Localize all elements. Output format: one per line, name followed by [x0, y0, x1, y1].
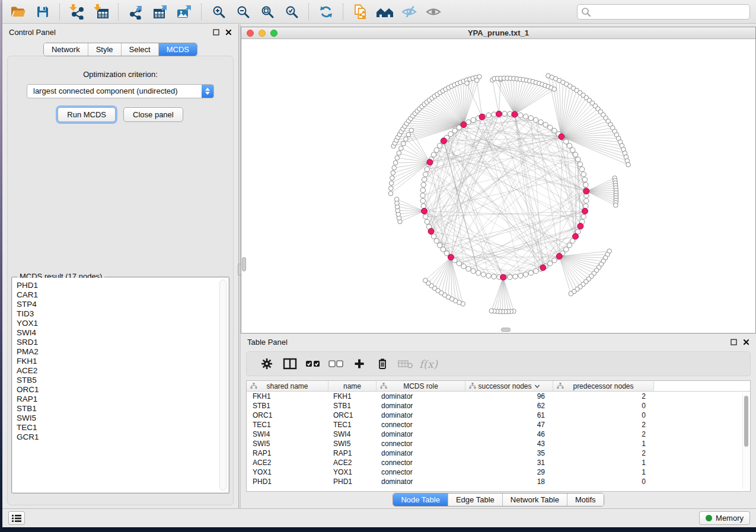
- network-window: YPA_prune.txt_1: [241, 27, 756, 334]
- result-node-item[interactable]: PMA2: [17, 347, 228, 357]
- window-minimize-button[interactable]: [259, 30, 266, 37]
- result-node-item[interactable]: YOX1: [17, 319, 228, 328]
- table-row[interactable]: SWI5SWI5connector431: [247, 439, 750, 448]
- result-node-item[interactable]: STB5: [17, 376, 228, 385]
- result-node-item[interactable]: PHD1: [17, 281, 228, 290]
- run-mcds-button[interactable]: Run MCDS: [58, 107, 116, 122]
- export-network-button[interactable]: [123, 2, 148, 22]
- close-panel-x-button[interactable]: [225, 29, 232, 36]
- network-window-titlebar[interactable]: YPA_prune.txt_1: [241, 27, 755, 39]
- table-cell: 61: [465, 411, 553, 420]
- show-all-button[interactable]: [421, 2, 445, 22]
- eye-icon: [425, 5, 442, 19]
- network-canvas[interactable]: [241, 39, 755, 333]
- show-panels-button[interactable]: [8, 511, 25, 525]
- canvas-horizontal-scrollbar[interactable]: [501, 328, 511, 332]
- table-row[interactable]: ORC1ORC1dominator610: [247, 411, 750, 420]
- tab-select[interactable]: Select: [121, 43, 158, 56]
- close-panel-button[interactable]: Close panel: [123, 107, 183, 122]
- delete-table-button[interactable]: [394, 354, 417, 374]
- zoom-in-button[interactable]: [206, 2, 231, 22]
- delete-column-button[interactable]: [371, 354, 394, 374]
- deselect-all-button[interactable]: [324, 354, 347, 374]
- tab-mcds[interactable]: MCDS: [158, 43, 197, 56]
- float-panel-button[interactable]: [213, 29, 219, 36]
- table-row[interactable]: SWI4SWI4dominator462: [247, 430, 750, 439]
- column-header-shared-name[interactable]: shared name: [247, 381, 328, 391]
- result-node-item[interactable]: TID3: [17, 309, 228, 319]
- table-row[interactable]: ACE2ACE2connector311: [247, 458, 750, 467]
- column-header-name[interactable]: name: [328, 381, 377, 391]
- table-row[interactable]: PHD1PHD1dominator180: [247, 477, 750, 486]
- zoom-out-button[interactable]: [231, 2, 255, 22]
- table-row[interactable]: YOX1YOX1connector291: [247, 467, 750, 477]
- show-column-button[interactable]: [278, 354, 301, 374]
- table-row[interactable]: FKH1FKH1dominator962: [247, 392, 750, 401]
- column-header-MCDS-role[interactable]: MCDS role: [377, 381, 465, 391]
- toolbar-separator: [59, 4, 60, 20]
- hide-selected-button[interactable]: [397, 2, 421, 22]
- result-node-item[interactable]: RAP1: [17, 395, 228, 404]
- network-graph[interactable]: [241, 39, 755, 333]
- tab-network-table[interactable]: Network Table: [502, 493, 567, 506]
- save-session-button[interactable]: [30, 2, 55, 22]
- column-header-predecessor-nodes[interactable]: predecessor nodes: [553, 381, 654, 391]
- search-input[interactable]: [577, 4, 750, 20]
- table-cell: SWI4: [328, 430, 377, 439]
- table-cell: dominator: [377, 411, 465, 420]
- import-network-button[interactable]: [65, 2, 89, 22]
- tab-network[interactable]: Network: [44, 43, 88, 56]
- close-table-panel-button[interactable]: [743, 339, 749, 345]
- export-table-button[interactable]: [148, 2, 172, 22]
- zoom-fit-button[interactable]: [255, 2, 279, 22]
- first-neighbors-button[interactable]: [372, 2, 397, 22]
- result-node-item[interactable]: FKH1: [17, 357, 228, 366]
- add-column-button[interactable]: [347, 354, 371, 374]
- result-node-item[interactable]: CAR1: [17, 290, 228, 300]
- table-cell: 46: [465, 430, 553, 439]
- tab-edge-table[interactable]: Edge Table: [448, 493, 502, 506]
- status-bar: Memory: [2, 508, 756, 527]
- table-scrollbar-track[interactable]: [742, 393, 749, 489]
- table-cell: PHD1: [328, 477, 377, 486]
- table-row[interactable]: RAP1RAP1dominator352: [247, 448, 750, 458]
- tab-node-table[interactable]: Node Table: [393, 493, 448, 506]
- table-cell: 62: [465, 401, 553, 411]
- tab-style[interactable]: Style: [88, 43, 121, 56]
- function-builder-button[interactable]: f(x): [417, 354, 440, 374]
- table-row[interactable]: STB1STB1dominator620: [247, 401, 750, 411]
- open-folder-icon: [10, 5, 26, 19]
- duplicate-network-button[interactable]: [348, 2, 372, 22]
- result-node-item[interactable]: TEC1: [17, 423, 228, 432]
- table-scrollbar-thumb[interactable]: [744, 396, 748, 447]
- import-table-button[interactable]: [89, 2, 113, 22]
- result-node-item[interactable]: STP4: [17, 300, 228, 309]
- result-node-item[interactable]: STB1: [17, 404, 228, 414]
- zoom-selected-button[interactable]: [279, 2, 304, 22]
- column-header-successor-nodes[interactable]: successor nodes: [465, 381, 553, 391]
- result-node-item[interactable]: SWI4: [17, 328, 228, 338]
- window-maximize-button[interactable]: [270, 30, 277, 37]
- result-node-item[interactable]: GCR1: [17, 432, 228, 442]
- window-close-button[interactable]: [247, 30, 254, 37]
- result-node-item[interactable]: ACE2: [17, 366, 228, 376]
- mcds-result-list[interactable]: PHD1CAR1STP4TID3YOX1SWI4SRD1PMA2FKH1ACE2…: [12, 278, 228, 492]
- result-node-item[interactable]: SWI5: [17, 414, 228, 423]
- tab-motifs[interactable]: Motifs: [567, 493, 604, 506]
- canvas-vertical-scrollbar[interactable]: [242, 257, 246, 271]
- table-cell: ORC1: [247, 411, 328, 420]
- table-settings-button[interactable]: [255, 354, 278, 374]
- select-all-button[interactable]: [301, 354, 324, 374]
- criterion-dropdown[interactable]: largest connected component (undirected): [27, 84, 214, 98]
- result-node-item[interactable]: SRD1: [17, 338, 228, 347]
- export-image-button[interactable]: [172, 2, 196, 22]
- result-node-item[interactable]: ORC1: [17, 385, 228, 395]
- memory-button[interactable]: Memory: [699, 511, 750, 525]
- table-cell: TEC1: [328, 420, 377, 430]
- result-list-scrollbar[interactable]: [219, 280, 227, 491]
- table-row[interactable]: TEC1TEC1connector472: [247, 420, 750, 430]
- float-table-panel-button[interactable]: [731, 339, 737, 345]
- list-icon: [11, 514, 22, 523]
- open-file-button[interactable]: [6, 2, 30, 22]
- refresh-layout-button[interactable]: [314, 2, 338, 22]
